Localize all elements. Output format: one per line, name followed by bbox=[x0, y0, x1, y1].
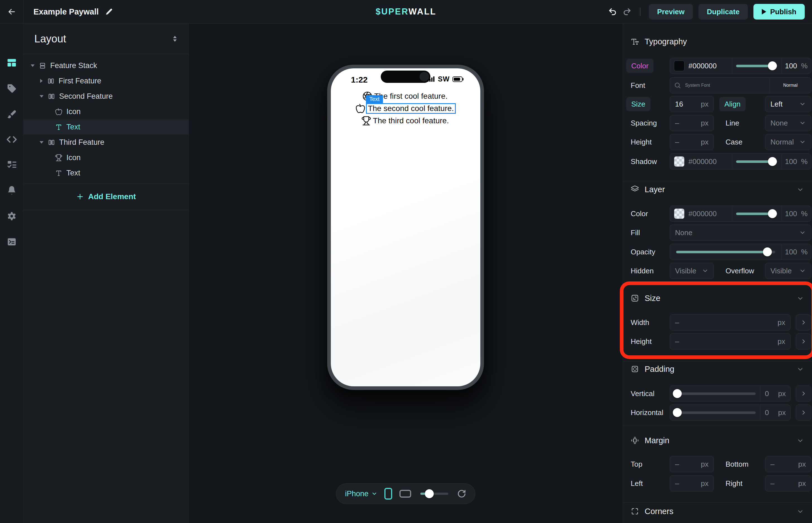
caret-right-icon[interactable] bbox=[39, 79, 43, 83]
chevron-down-icon[interactable] bbox=[797, 437, 804, 444]
horizontal-padding-slider[interactable] bbox=[670, 411, 760, 414]
feature-row-3[interactable]: The third cool feature. bbox=[361, 116, 450, 126]
padding-section-header[interactable]: Padding bbox=[631, 363, 674, 375]
refresh-icon[interactable] bbox=[457, 489, 466, 498]
color-swatch[interactable] bbox=[674, 60, 685, 71]
overflow-select[interactable]: Visible bbox=[765, 263, 811, 279]
code-tab-icon[interactable] bbox=[6, 134, 17, 145]
font-search-field[interactable]: System Font bbox=[670, 77, 770, 93]
corners-section-header[interactable]: Corners bbox=[631, 506, 673, 517]
tree-item-second-feature[interactable]: Second Feature bbox=[24, 89, 188, 104]
slider-thumb[interactable] bbox=[763, 248, 772, 256]
chevron-down-icon[interactable] bbox=[797, 366, 804, 373]
caret-down-icon[interactable] bbox=[39, 140, 44, 144]
opacity-slider[interactable] bbox=[670, 244, 781, 260]
shadow-opacity-field[interactable]: 100 % bbox=[781, 154, 811, 169]
products-tag-icon[interactable] bbox=[7, 84, 17, 93]
chevron-down-icon[interactable] bbox=[797, 508, 804, 515]
font-weight-select[interactable]: Normal bbox=[770, 77, 811, 93]
feature-row-2-selected[interactable]: Text The second cool feature. bbox=[355, 104, 456, 113]
horizontal-padding-control[interactable]: 0 px bbox=[670, 404, 791, 421]
margin-right-field[interactable]: – px bbox=[765, 475, 811, 491]
case-select[interactable]: Normal bbox=[765, 134, 811, 150]
caret-down-icon[interactable] bbox=[39, 94, 44, 98]
device-select[interactable]: iPhone bbox=[345, 489, 377, 498]
chevron-down-icon[interactable] bbox=[797, 186, 804, 193]
tree-item-icon-2[interactable]: Icon bbox=[24, 104, 188, 119]
horizontal-padding-field[interactable]: 0 px bbox=[760, 405, 790, 420]
hidden-select[interactable]: Visible bbox=[670, 263, 714, 279]
horizontal-padding-expand-button[interactable] bbox=[796, 404, 811, 421]
tree-item-icon-3[interactable]: Icon bbox=[24, 150, 188, 165]
portrait-orientation-button[interactable] bbox=[384, 488, 393, 500]
selected-text-element[interactable]: Text The second cool feature. bbox=[366, 103, 456, 114]
fill-select[interactable]: None bbox=[670, 224, 811, 241]
caret-down-icon[interactable] bbox=[31, 64, 35, 68]
add-element-button[interactable]: Add Element bbox=[24, 184, 188, 210]
layer-color-opacity-slider[interactable] bbox=[732, 206, 781, 221]
layer-section-header[interactable]: Layer bbox=[631, 184, 665, 195]
checklist-icon[interactable] bbox=[6, 159, 17, 170]
terminal-icon[interactable] bbox=[7, 237, 17, 247]
sort-icon[interactable] bbox=[172, 35, 178, 43]
color-opacity-field[interactable]: 100 % bbox=[781, 58, 811, 74]
align-property-label[interactable]: Align bbox=[719, 97, 746, 111]
typography-section-header[interactable]: Typography bbox=[631, 36, 687, 47]
layout-tab-icon[interactable] bbox=[7, 58, 17, 68]
color-opacity-slider[interactable] bbox=[732, 58, 781, 74]
slider-thumb[interactable] bbox=[673, 389, 682, 398]
edit-pencil-icon[interactable] bbox=[105, 8, 113, 15]
notifications-bell-icon[interactable] bbox=[7, 185, 17, 195]
shadow-swatch[interactable] bbox=[674, 156, 685, 167]
slider-thumb[interactable] bbox=[768, 157, 777, 166]
shadow-hex-field[interactable]: #000000 bbox=[670, 154, 732, 169]
layer-color-hex-field[interactable]: #000000 bbox=[670, 206, 732, 221]
vertical-padding-field[interactable]: 0 px bbox=[760, 386, 790, 401]
layer-color-swatch[interactable] bbox=[674, 209, 685, 219]
preview-button[interactable]: Preview bbox=[649, 4, 693, 19]
font-size-field[interactable]: 16 px bbox=[670, 96, 714, 112]
back-button[interactable] bbox=[0, 0, 24, 23]
line-select[interactable]: None bbox=[765, 115, 811, 131]
slider-thumb[interactable] bbox=[768, 61, 777, 70]
redo-icon[interactable] bbox=[622, 7, 632, 16]
letter-spacing-field[interactable]: – px bbox=[670, 115, 714, 131]
tree-item-text-3[interactable]: Text bbox=[24, 165, 188, 180]
height-expand-button[interactable] bbox=[796, 333, 811, 349]
publish-button[interactable]: Publish bbox=[754, 4, 805, 19]
vertical-padding-slider[interactable] bbox=[670, 393, 760, 395]
vertical-padding-expand-button[interactable] bbox=[796, 385, 811, 402]
color-property-label[interactable]: Color bbox=[626, 59, 653, 73]
height-field[interactable]: – px bbox=[670, 333, 791, 349]
width-expand-button[interactable] bbox=[796, 314, 811, 330]
theme-brush-icon[interactable] bbox=[7, 109, 17, 119]
vertical-padding-control[interactable]: 0 px bbox=[670, 385, 791, 402]
zoom-slider[interactable] bbox=[420, 492, 448, 495]
slider-thumb[interactable] bbox=[768, 209, 777, 218]
tree-item-feature-stack[interactable]: Feature Stack bbox=[24, 58, 188, 73]
landscape-orientation-button[interactable] bbox=[399, 489, 412, 498]
phone-screen[interactable]: 1:22 SW The first cool feature. Text bbox=[331, 68, 480, 386]
slider-thumb[interactable] bbox=[673, 408, 682, 417]
undo-icon[interactable] bbox=[608, 7, 617, 16]
tree-item-third-feature[interactable]: Third Feature bbox=[24, 135, 188, 150]
margin-left-field[interactable]: – px bbox=[670, 475, 714, 491]
size-property-label[interactable]: Size bbox=[626, 97, 650, 111]
align-select[interactable]: Left bbox=[765, 96, 811, 112]
duplicate-button[interactable]: Duplicate bbox=[699, 4, 748, 19]
shadow-opacity-slider[interactable] bbox=[732, 154, 781, 169]
tree-item-text-2-selected[interactable]: Text bbox=[24, 120, 188, 134]
margin-section-header[interactable]: Margin bbox=[631, 435, 669, 446]
opacity-field[interactable]: 100 % bbox=[781, 244, 811, 260]
chevron-down-icon[interactable] bbox=[797, 295, 804, 302]
width-field[interactable]: – px bbox=[670, 314, 791, 330]
size-section-header[interactable]: Size bbox=[631, 293, 660, 304]
margin-bottom-field[interactable]: – px bbox=[765, 456, 811, 472]
color-hex-field[interactable]: #000000 bbox=[670, 58, 732, 74]
tree-item-first-feature[interactable]: First Feature bbox=[24, 73, 188, 88]
settings-gear-icon[interactable] bbox=[7, 211, 17, 221]
line-height-field[interactable]: – px bbox=[670, 134, 714, 150]
margin-top-field[interactable]: – px bbox=[670, 456, 714, 472]
layer-color-opacity-field[interactable]: 100 % bbox=[781, 206, 811, 221]
zoom-slider-thumb[interactable] bbox=[425, 489, 434, 498]
